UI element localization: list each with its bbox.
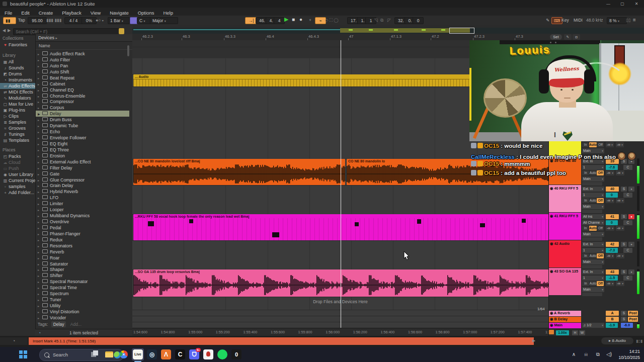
monitor-in[interactable]: In bbox=[582, 253, 589, 258]
device-item-filter-delay[interactable]: ▸Filter Delay bbox=[36, 165, 129, 171]
key-scale-menu[interactable]: Major ▾ bbox=[150, 17, 178, 24]
device-item-auto-shift[interactable]: ▸Auto Shift bbox=[36, 69, 129, 75]
monitor-switch[interactable]: InAutoOff bbox=[582, 253, 604, 258]
device-item-spectral-time[interactable]: ▸Spectral Time bbox=[36, 285, 129, 291]
device-item-external-audio-effect[interactable]: ▸External Audio Effect bbox=[36, 159, 129, 165]
sidebar-item-samples[interactable]: ▫samples bbox=[0, 184, 35, 190]
punch-in-icon[interactable]: ◹ bbox=[374, 17, 378, 23]
device-item-limiter[interactable]: ▸Limiter bbox=[36, 201, 129, 207]
monitor-auto[interactable]: Auto bbox=[589, 226, 597, 231]
track-number-badge[interactable]: 42 bbox=[606, 242, 619, 247]
loop-length-sixteenths[interactable]: 0 bbox=[413, 17, 424, 24]
taskbar-app-task-view[interactable] bbox=[89, 348, 101, 360]
main-track[interactable]: ◉ Main♫ 1/2▾-1.9-6.0 bbox=[549, 323, 644, 328]
sidebar-item-plug-ins[interactable]: ▣Plug-Ins bbox=[0, 107, 35, 113]
audio-clip-mandolin-2[interactable]: CO NE 80 mandolin lo bbox=[347, 159, 548, 185]
solo-button[interactable]: S bbox=[621, 311, 627, 316]
expand-arrow-icon[interactable]: ▸ bbox=[38, 195, 42, 201]
expand-arrow-icon[interactable]: ▸ bbox=[38, 165, 42, 171]
track-color[interactable]: ◉ 41 RKU FFY 5 bbox=[549, 213, 581, 240]
sidebar-item-max-for-live[interactable]: ▢Max for Live bbox=[0, 101, 35, 107]
track-color[interactable]: ◉ 40 RKU FFY 5 bbox=[549, 185, 581, 212]
overview-viewport[interactable] bbox=[449, 28, 474, 34]
expand-arrow-icon[interactable]: ▸ bbox=[38, 63, 42, 69]
device-item-utility[interactable]: ▸Utility bbox=[36, 303, 129, 309]
device-item-delay[interactable]: ▶Delay bbox=[36, 111, 129, 117]
pan-field[interactable]: C bbox=[623, 248, 632, 253]
taskbar-app-steam[interactable]: ◎ bbox=[146, 348, 158, 360]
monitor-off[interactable]: Off bbox=[597, 142, 604, 147]
output-device-button[interactable]: ▸ 8-Audio bbox=[601, 337, 633, 344]
expand-arrow-icon[interactable]: ▸ bbox=[38, 69, 42, 75]
expand-arrow-icon[interactable]: ▸ bbox=[38, 225, 42, 231]
send-a-knob[interactable]: -∞▾ bbox=[606, 198, 614, 203]
track-header-42[interactable]: ◉ 42 AudioExt. In▾1▾InAutoOffMain▾42S●-7… bbox=[549, 240, 644, 267]
track-header-39[interactable]: ◉ 39 CO NE 80Ext. In▾1▾InAutoOffMain▾39S… bbox=[549, 157, 644, 185]
solo-button[interactable]: S bbox=[621, 242, 627, 247]
computer-midi-keyboard-icon[interactable]: ⌨ bbox=[551, 17, 562, 24]
tray-chevron-icon[interactable]: ∧ bbox=[572, 351, 576, 357]
device-item-multiband-dynamics[interactable]: ▸Multiband Dynamics bbox=[36, 213, 129, 219]
expand-arrow-icon[interactable]: ▸ bbox=[38, 99, 42, 105]
link-tempo-icon[interactable]: ▮▮ bbox=[3, 17, 16, 24]
sidebar-item-favorites[interactable]: ♥Favorites bbox=[0, 42, 35, 48]
expand-arrow-icon[interactable]: ▸ bbox=[38, 87, 42, 93]
device-item-resonators[interactable]: ▸Resonators bbox=[36, 243, 129, 249]
expand-arrow-icon[interactable]: ▸ bbox=[38, 153, 42, 159]
devices-header[interactable]: Devices ▸ bbox=[36, 34, 133, 42]
device-item-tuner[interactable]: ▸Tuner bbox=[36, 297, 129, 303]
send-a-knob[interactable]: -∞▾ bbox=[606, 253, 614, 258]
zoom-width-button[interactable]: W bbox=[579, 330, 585, 335]
sidebar-item-user-library[interactable]: ◉User Library bbox=[0, 171, 35, 177]
volume-field[interactable]: -7.6 bbox=[606, 165, 618, 170]
hamburger-menu-icon[interactable]: ≡ bbox=[633, 17, 636, 23]
stop-button[interactable]: ■ bbox=[292, 17, 295, 23]
expand-arrow-icon[interactable]: ▸ bbox=[38, 285, 42, 291]
device-item-gate[interactable]: ▸Gate bbox=[36, 171, 129, 177]
monitor-in[interactable]: In bbox=[582, 170, 589, 175]
solo-button[interactable]: S bbox=[621, 317, 627, 322]
position-sixteenths[interactable]: 4 bbox=[274, 17, 285, 24]
monitor-auto[interactable]: Auto bbox=[590, 170, 597, 175]
arm-button[interactable]: ● bbox=[628, 187, 634, 192]
sidebar-item-cloud[interactable]: ☁Cloud bbox=[0, 159, 35, 165]
device-item-eq-three[interactable]: ▸EQ Three bbox=[36, 147, 129, 153]
output-routing-menu[interactable]: Main▾ bbox=[582, 176, 604, 182]
clock-date[interactable]: 10/10/2025 bbox=[618, 354, 640, 360]
sidebar-item-all[interactable]: ▦All bbox=[0, 59, 35, 65]
input-routing-menu[interactable]: Ext. In▾ bbox=[582, 269, 604, 275]
expand-arrow-icon[interactable]: ▶ bbox=[38, 111, 42, 117]
expand-arrow-icon[interactable]: ▸ bbox=[38, 129, 42, 135]
taskbar-app-file-explorer[interactable] bbox=[103, 348, 115, 360]
sidebar-item-audio-effects[interactable]: ⇌Audio Effects bbox=[0, 83, 35, 89]
output-routing-menu[interactable]: Main▾ bbox=[582, 287, 604, 292]
send-a-knob[interactable]: -∞▾ bbox=[606, 142, 614, 147]
record-button[interactable]: ● bbox=[299, 17, 302, 23]
expand-arrow-icon[interactable]: ▸ bbox=[38, 189, 42, 195]
device-item-overdrive[interactable]: ▸Overdrive bbox=[36, 219, 129, 225]
sidebar-item-templates[interactable]: ▤Templates bbox=[0, 137, 35, 143]
post-toggle[interactable]: Post bbox=[628, 311, 638, 316]
tap-tempo-button[interactable]: Tap bbox=[18, 17, 25, 23]
main-volume-field[interactable]: -1.9 bbox=[606, 323, 618, 328]
device-item-eq-eight[interactable]: ▸EQ Eight bbox=[36, 141, 129, 147]
expand-arrow-icon[interactable]: ▸ bbox=[38, 135, 42, 141]
status-expand-icon[interactable]: ▶ bbox=[532, 338, 535, 343]
arm-button[interactable]: ● bbox=[628, 159, 634, 164]
send-a-knob[interactable]: -∞▾ bbox=[606, 281, 614, 286]
device-item-reverb[interactable]: ▸Reverb bbox=[36, 249, 129, 255]
expand-arrow-icon[interactable]: ▸ bbox=[38, 249, 42, 255]
monitor-in[interactable]: In bbox=[582, 281, 589, 286]
send-a-knob[interactable]: -∞▾ bbox=[606, 226, 614, 231]
taskbar-app-c-app[interactable]: C bbox=[174, 348, 186, 360]
expand-arrow-icon[interactable]: ▸ bbox=[38, 213, 42, 219]
input-channel-menu[interactable]: 1▾ bbox=[582, 276, 604, 281]
draw-mode-icon[interactable]: ✎ bbox=[546, 17, 549, 23]
sidebar-item-samples[interactable]: ≣Samples bbox=[0, 119, 35, 125]
device-item-vinyl-distortion[interactable]: ▸Vinyl Distortion bbox=[36, 309, 129, 315]
volume-field[interactable]: -1.5 bbox=[606, 276, 618, 281]
expand-arrow-icon[interactable]: ▸ bbox=[38, 51, 42, 57]
midi-map-button[interactable]: MIDI bbox=[574, 17, 583, 23]
speaker-icon[interactable]: ◁) bbox=[606, 351, 612, 357]
sidebar-item-sounds[interactable]: ♪Sounds bbox=[0, 65, 35, 71]
